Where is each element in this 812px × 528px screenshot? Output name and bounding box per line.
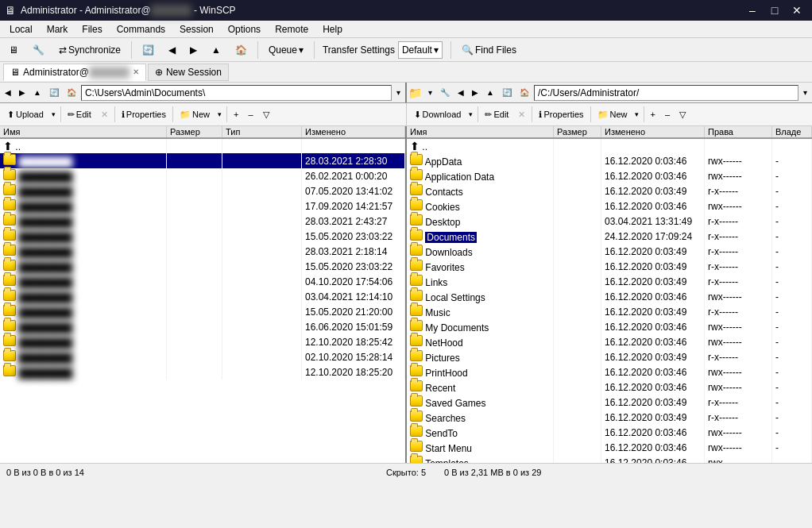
right-file-row[interactable]: Cookies 16.12.2020 0:03:46 rwx------ - — [407, 198, 812, 214]
left-nav-btn1[interactable]: ◀ — [2, 85, 14, 101]
toolbar-icon5[interactable]: 🏠 — [230, 40, 253, 60]
tab-close-button[interactable]: ✕ — [133, 67, 139, 76]
menu-remote[interactable]: Remote — [269, 22, 315, 37]
new-session-tab[interactable]: ⊕ New Session — [148, 64, 229, 81]
menu-local[interactable]: Local — [3, 22, 39, 37]
upload-button[interactable]: ⬆ Upload — [3, 106, 48, 123]
left-file-row[interactable]: ⬆ .. — [0, 138, 405, 153]
right-file-row[interactable]: Saved Games 16.12.2020 0:03:49 r-x------… — [407, 395, 812, 410]
menu-mark[interactable]: Mark — [41, 22, 75, 37]
left-file-row[interactable]: ████████ 17.09.2020 14:21:57 — [0, 198, 405, 214]
left-file-row[interactable]: ████████ 16.06.2020 15:01:59 — [0, 319, 405, 334]
toolbar-nav-fwd[interactable]: ▶ — [184, 40, 203, 60]
left-file-row[interactable]: ████████ 15.05.2020 23:03:22 — [0, 229, 405, 244]
right-col-name[interactable]: Имя — [407, 126, 554, 138]
right-file-row[interactable]: Links 16.12.2020 0:03:49 r-x------ - — [407, 274, 812, 289]
minimize-button[interactable]: – — [742, 2, 763, 18]
maximize-button[interactable]: □ — [764, 2, 785, 18]
left-address-bar[interactable]: C:\Users\Admin\Documents\ — [81, 85, 392, 101]
upload-arrow[interactable]: ▾ — [49, 108, 58, 121]
menu-commands[interactable]: Commands — [110, 22, 172, 37]
right-edit-button[interactable]: ✏ Edit — [481, 106, 512, 123]
right-nav-btn3[interactable]: ◀ — [454, 85, 467, 101]
right-col-perms[interactable]: Права — [705, 126, 772, 138]
right-file-row[interactable]: Desktop 03.04.2021 13:31:49 r-x------ - — [407, 214, 812, 229]
toolbar-icon4[interactable]: ▲ — [206, 40, 226, 60]
queue-button[interactable]: Queue ▾ — [263, 40, 309, 60]
download-button[interactable]: ⬇ Download — [410, 106, 466, 123]
active-tab[interactable]: 🖥 Administrator@██████ ✕ — [3, 64, 146, 81]
menu-files[interactable]: Files — [75, 22, 108, 37]
left-file-row[interactable]: ████████ 03.04.2021 12:14:10 — [0, 289, 405, 304]
right-file-row[interactable]: Downloads 16.12.2020 0:03:49 r-x------ - — [407, 244, 812, 259]
left-file-row[interactable]: ████████ 04.10.2020 17:54:06 — [0, 274, 405, 289]
toolbar-icon3[interactable]: 🔄 — [137, 40, 160, 60]
right-file-row[interactable]: Contacts 16.12.2020 0:03:49 r-x------ - — [407, 183, 812, 198]
right-nav-btn2[interactable]: 🔧 — [437, 85, 453, 101]
right-file-row[interactable]: Recent 16.12.2020 0:03:46 rwx------ - — [407, 380, 812, 395]
left-col-type[interactable]: Тип — [222, 126, 302, 138]
right-addr-btn[interactable]: ▾ — [800, 85, 810, 101]
left-file-row[interactable]: ████████ 02.10.2020 15:28:14 — [0, 349, 405, 364]
left-filter-button[interactable]: ▽ — [259, 106, 273, 123]
right-new-arrow[interactable]: ▾ — [632, 108, 641, 121]
right-panel-content[interactable]: Имя Размер Изменено Права Владе ⬆ .. App… — [407, 126, 812, 463]
right-filter-button[interactable]: ▽ — [675, 106, 690, 123]
right-nav-btn5[interactable]: ▲ — [483, 85, 497, 101]
right-file-row[interactable]: Favorites 16.12.2020 0:03:49 r-x------ - — [407, 259, 812, 274]
left-file-row[interactable]: ████████ 28.03.2021 2:18:14 — [0, 244, 405, 259]
transfer-dropdown[interactable]: Default ▾ — [398, 41, 443, 59]
left-nav-btn5[interactable]: 🏠 — [64, 85, 79, 101]
left-new-button[interactable]: 📁 New — [176, 106, 214, 123]
left-file-row[interactable]: ████████ 28.03.2021 2:28:30 — [0, 153, 405, 168]
left-delete-button[interactable]: ✕ — [97, 106, 112, 123]
left-col-name[interactable]: Имя — [0, 126, 167, 138]
toolbar-icon1[interactable]: 🖥 — [3, 40, 24, 60]
right-col-size[interactable]: Размер — [554, 126, 601, 138]
right-col-date[interactable]: Изменено — [601, 126, 705, 138]
right-file-row[interactable]: Documents 24.12.2020 17:09:24 r-x------ … — [407, 229, 812, 244]
right-file-row[interactable]: Application Data 16.12.2020 0:03:46 rwx-… — [407, 168, 812, 183]
right-nav-btn1[interactable]: ▾ — [425, 85, 435, 101]
right-plus-button[interactable]: + — [647, 106, 659, 123]
left-minus-button[interactable]: – — [244, 106, 257, 123]
toolbar-icon2[interactable]: 🔧 — [27, 40, 50, 60]
left-new-arrow[interactable]: ▾ — [215, 108, 224, 121]
right-file-row[interactable]: Templates 16.12.2020 0:03:46 rwx------ - — [407, 455, 812, 463]
right-nav-btn7[interactable]: 🏠 — [516, 85, 532, 101]
menu-help[interactable]: Help — [316, 22, 349, 37]
right-delete-button[interactable]: ✕ — [514, 106, 529, 123]
right-file-row[interactable]: PrintHood 16.12.2020 0:03:46 rwx------ - — [407, 364, 812, 380]
toolbar-nav-back[interactable]: ◀ — [163, 40, 181, 60]
left-file-row[interactable]: ████████ 12.10.2020 18:25:42 — [0, 334, 405, 349]
left-file-row[interactable]: ████████ 15.05.2020 21:20:00 — [0, 304, 405, 319]
left-panel-content[interactable]: Имя Размер Тип Изменено ⬆ .. ████████ 28… — [0, 126, 405, 463]
left-file-row[interactable]: ████████ 26.02.2021 0:00:20 — [0, 168, 405, 183]
right-file-row[interactable]: My Documents 16.12.2020 0:03:46 rwx-----… — [407, 319, 812, 334]
right-file-row[interactable]: ⬆ .. — [407, 138, 812, 153]
right-col-owner[interactable]: Владе — [772, 126, 812, 138]
left-file-row[interactable]: ████████ 07.05.2020 13:41:02 — [0, 183, 405, 198]
right-file-row[interactable]: SendTo 16.12.2020 0:03:46 rwx------ - — [407, 425, 812, 440]
right-nav-btn6[interactable]: 🔄 — [499, 85, 515, 101]
find-files-button[interactable]: 🔍 Find Files — [456, 40, 522, 60]
right-file-row[interactable]: AppData 16.12.2020 0:03:46 rwx------ - — [407, 153, 812, 168]
left-nav-btn2[interactable]: ▶ — [16, 85, 29, 101]
right-file-row[interactable]: Pictures 16.12.2020 0:03:49 r-x------ - — [407, 349, 812, 364]
download-arrow[interactable]: ▾ — [466, 108, 475, 121]
left-addr-btn[interactable]: ▾ — [393, 85, 404, 101]
right-file-row[interactable]: NetHood 16.12.2020 0:03:46 rwx------ - — [407, 334, 812, 349]
synchronize-button[interactable]: ⇄ Synchronize — [53, 40, 126, 60]
left-nav-btn4[interactable]: 🔄 — [46, 85, 62, 101]
right-address-bar[interactable]: /C:/Users/Administrator/ — [534, 85, 798, 101]
right-file-row[interactable]: Start Menu 16.12.2020 0:03:46 rwx------ … — [407, 440, 812, 455]
left-edit-button[interactable]: ✏ Edit — [64, 106, 95, 123]
right-properties-button[interactable]: ℹ Properties — [535, 106, 587, 123]
menu-options[interactable]: Options — [222, 22, 267, 37]
left-file-row[interactable]: ████████ 28.03.2021 2:43:27 — [0, 214, 405, 229]
left-properties-button[interactable]: ℹ Properties — [118, 106, 170, 123]
left-col-size[interactable]: Размер — [167, 126, 222, 138]
left-nav-btn3[interactable]: ▲ — [30, 85, 44, 101]
menu-session[interactable]: Session — [173, 22, 220, 37]
right-nav-btn4[interactable]: ▶ — [469, 85, 481, 101]
